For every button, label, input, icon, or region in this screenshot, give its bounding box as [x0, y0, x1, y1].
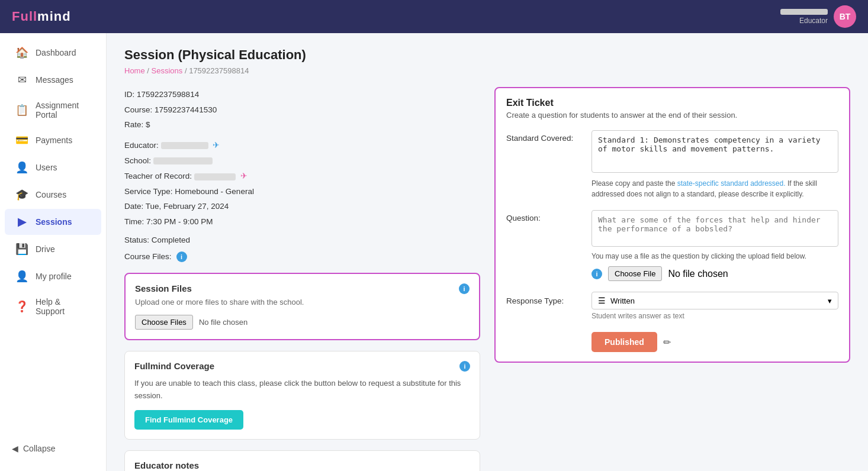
coverage-title: Fullmind Coverage: [134, 361, 214, 371]
published-button[interactable]: Published: [591, 332, 657, 352]
exit-ticket-subtitle: Create a question for students to answer…: [506, 111, 838, 120]
response-type-value: Written: [610, 296, 635, 305]
exit-ticket-title: Exit Ticket: [506, 98, 838, 108]
sidebar-item-help-support[interactable]: ❓ Help & Support: [5, 291, 101, 322]
avatar[interactable]: BT: [834, 5, 856, 28]
sidebar-item-drive[interactable]: 💾 Drive: [5, 236, 101, 262]
written-icon: ☰: [598, 296, 606, 305]
teacher-value-redacted: [194, 173, 236, 180]
teacher-label: Teacher of Record:: [124, 172, 192, 180]
coverage-card-title-row: Fullmind Coverage i: [134, 361, 470, 372]
standard-label: Standard Covered:: [506, 130, 583, 143]
date-value: Tue, February 27, 2024: [146, 202, 229, 211]
sidebar-item-dashboard[interactable]: 🏠 Dashboard: [5, 40, 101, 66]
rate-label: Rate: $: [124, 120, 150, 129]
course-files-row: Course Files: i: [124, 251, 480, 262]
standard-field-wrap: Standard 1: Demonstrates competency in a…: [591, 130, 838, 199]
main-layout: 🏠 Dashboard ✉ Messages 📋 Assignment Port…: [0, 33, 868, 471]
find-coverage-button[interactable]: Find Fullmind Coverage: [134, 410, 243, 430]
sidebar-label-assignment: Assignment Portal: [36, 101, 91, 120]
assignment-icon: 📋: [15, 104, 28, 117]
question-group: Question: You may use a file as the ques…: [506, 210, 838, 281]
standard-hint-link[interactable]: state-specific standard addressed.: [677, 179, 786, 188]
coverage-card: Fullmind Coverage i If you are unable to…: [124, 351, 480, 440]
sidebar-label-dashboard: Dashboard: [36, 48, 76, 57]
sidebar-label-courses: Courses: [36, 190, 66, 199]
time-value: 7:30 PM - 9:00 PM: [146, 217, 213, 226]
collapse-button[interactable]: ◀ Collapse: [5, 438, 101, 459]
standard-hint: Please copy and paste the state-specific…: [591, 178, 838, 199]
session-files-card: Session Files i Upload one or more files…: [124, 273, 480, 340]
chevron-down-icon: ▾: [828, 296, 832, 305]
left-column: ID: 17592237598814 Course: 1759223744153…: [124, 87, 480, 471]
course-row: Course: 17592237441530: [124, 102, 480, 118]
question-textarea[interactable]: [591, 210, 838, 247]
sidebar-item-users[interactable]: 👤 Users: [5, 154, 101, 180]
date-row: Date: Tue, February 27, 2024: [124, 199, 480, 214]
session-info: ID: 17592237598814 Course: 1759223744153…: [124, 87, 480, 230]
question-file-upload-row: i Choose File No file chosen: [591, 266, 838, 281]
dashboard-icon: 🏠: [15, 46, 28, 59]
educator-label: Educator:: [124, 141, 159, 150]
educator-row: Educator: ✈: [124, 137, 480, 153]
sidebar: 🏠 Dashboard ✉ Messages 📋 Assignment Port…: [0, 33, 107, 471]
service-label: Service Type:: [124, 187, 173, 196]
session-files-info-icon[interactable]: i: [459, 283, 470, 294]
service-row: Service Type: Homebound - General: [124, 184, 480, 199]
sidebar-label-profile: My profile: [36, 272, 72, 281]
question-hint: You may use a file as the question by cl…: [591, 252, 838, 260]
session-files-title: Session Files: [135, 283, 192, 293]
school-row: School:: [124, 153, 480, 169]
breadcrumb: Home / Sessions / 17592237598814: [124, 66, 850, 75]
time-row: Time: 7:30 PM - 9:00 PM: [124, 214, 480, 230]
standard-hint-prefix: Please copy and paste the: [591, 179, 677, 188]
id-label: ID:: [124, 90, 134, 99]
sidebar-item-assignment-portal[interactable]: 📋 Assignment Portal: [5, 94, 101, 126]
question-upload-info-icon[interactable]: i: [591, 269, 602, 279]
choose-file-button[interactable]: Choose File: [608, 266, 662, 281]
teacher-link-icon[interactable]: ✈: [240, 171, 247, 180]
question-no-file-text: No file chosen: [668, 269, 728, 279]
sidebar-item-messages[interactable]: ✉ Messages: [5, 67, 101, 93]
sidebar-label-users: Users: [36, 163, 57, 172]
session-id-row: ID: 17592237598814: [124, 87, 480, 102]
sidebar-label-payments: Payments: [36, 136, 72, 145]
rate-row: Rate: $: [124, 117, 480, 133]
exit-ticket-card: Exit Ticket Create a question for studen…: [494, 87, 850, 363]
service-value: Homebound - General: [175, 187, 254, 196]
payments-icon: 💳: [15, 134, 28, 147]
school-value-redacted: [153, 157, 213, 164]
educator-link-icon[interactable]: ✈: [213, 140, 220, 150]
breadcrumb-sessions[interactable]: Sessions: [152, 66, 183, 75]
profile-icon: 👤: [15, 270, 28, 283]
sidebar-item-my-profile[interactable]: 👤 My profile: [5, 263, 101, 289]
response-type-label: Response Type:: [506, 296, 583, 305]
page-title: Session (Physical Education): [124, 47, 850, 63]
edit-icon[interactable]: ✏: [663, 337, 671, 348]
sidebar-item-sessions[interactable]: ▶ Sessions: [5, 209, 101, 235]
sidebar-label-messages: Messages: [36, 75, 73, 85]
logo: Fullmind: [12, 9, 71, 24]
choose-files-button[interactable]: Choose Files: [135, 315, 193, 330]
collapse-label: Collapse: [23, 444, 55, 453]
courses-icon: 🎓: [15, 188, 28, 201]
sidebar-label-sessions: Sessions: [36, 217, 72, 227]
coverage-text: If you are unable to teach this class, p…: [134, 378, 470, 402]
date-label: Date:: [124, 202, 143, 211]
standard-covered-group: Standard Covered: Standard 1: Demonstrat…: [506, 130, 838, 199]
standard-textarea[interactable]: Standard 1: Demonstrates competency in a…: [591, 130, 838, 173]
drive-icon: 💾: [15, 243, 28, 256]
published-row: Published ✏: [591, 332, 838, 352]
response-type-select[interactable]: ☰ Written ▾: [591, 292, 838, 309]
topnav: Fullmind Educator BT: [0, 0, 868, 33]
course-value: 17592237441530: [155, 105, 217, 114]
response-select-inner: ☰ Written: [598, 296, 635, 305]
sidebar-label-help: Help & Support: [36, 297, 91, 316]
breadcrumb-home[interactable]: Home: [124, 66, 145, 75]
course-files-info-icon[interactable]: i: [176, 251, 187, 262]
sidebar-item-courses[interactable]: 🎓 Courses: [5, 182, 101, 208]
educator-label: Educator: [799, 17, 828, 25]
coverage-info-icon[interactable]: i: [459, 361, 470, 372]
sidebar-label-drive: Drive: [36, 244, 55, 254]
sidebar-item-payments[interactable]: 💳 Payments: [5, 127, 101, 153]
